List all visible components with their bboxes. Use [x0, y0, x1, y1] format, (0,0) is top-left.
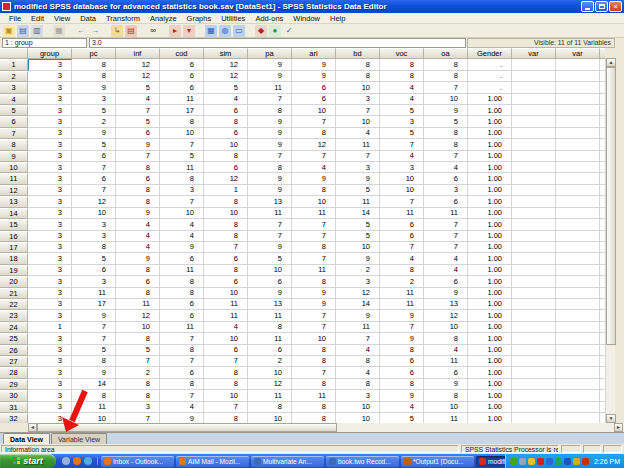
cell[interactable]: 1.00 [468, 139, 512, 150]
cell[interactable]: 10 [336, 116, 380, 127]
cell[interactable]: 6 [160, 310, 204, 321]
cell[interactable] [556, 299, 600, 310]
menu-window[interactable]: Window [288, 14, 325, 23]
cell[interactable]: 2 [116, 367, 160, 378]
cell[interactable]: 7 [72, 322, 116, 333]
cell[interactable]: 8 [380, 379, 424, 390]
cell[interactable]: 6 [160, 59, 204, 70]
split-file-icon[interactable]: ▦ [205, 25, 217, 37]
cell[interactable]: 6 [160, 253, 204, 264]
cell[interactable] [512, 288, 556, 299]
cell[interactable]: 11 [160, 162, 204, 173]
cell[interactable] [512, 151, 556, 162]
cell[interactable]: 3 [28, 162, 72, 173]
cell[interactable]: 5 [380, 105, 424, 116]
cell[interactable]: 8 [380, 345, 424, 356]
cell[interactable]: 11 [292, 265, 336, 276]
cell[interactable]: 8 [424, 390, 468, 401]
row-header-7[interactable]: 7 [0, 128, 28, 139]
cell[interactable]: 6 [204, 128, 248, 139]
cell[interactable]: 8 [204, 116, 248, 127]
cell[interactable]: 8 [72, 356, 116, 367]
cell[interactable]: 4 [336, 367, 380, 378]
cell[interactable]: 3 [336, 94, 380, 105]
cell[interactable]: 4 [424, 253, 468, 264]
cell[interactable]: 3 [28, 299, 72, 310]
cell[interactable]: 1.00 [468, 185, 512, 196]
tab-variable-view[interactable]: Variable View [51, 433, 107, 444]
cell[interactable]: 7 [160, 390, 204, 401]
cell[interactable]: 4 [204, 94, 248, 105]
cell[interactable]: 7 [116, 105, 160, 116]
cell[interactable]: 8 [248, 402, 292, 413]
cell[interactable]: 5 [336, 219, 380, 230]
cell[interactable]: 10 [292, 196, 336, 207]
cell[interactable]: 5 [424, 116, 468, 127]
internet-explorer-icon[interactable] [84, 457, 92, 465]
row-header-27[interactable]: 27 [0, 356, 28, 367]
cell[interactable]: 4 [380, 402, 424, 413]
cell[interactable]: 4 [424, 162, 468, 173]
cell[interactable]: 4 [424, 265, 468, 276]
cell[interactable]: 1.00 [468, 356, 512, 367]
close-button[interactable]: × [609, 1, 622, 12]
cell[interactable]: 7 [116, 356, 160, 367]
row-header-3[interactable]: 3 [0, 82, 28, 93]
print-icon[interactable]: ▥ [31, 25, 43, 37]
firefox-icon[interactable] [73, 457, 81, 465]
cell[interactable]: 11 [380, 299, 424, 310]
cell[interactable]: 3 [72, 94, 116, 105]
cell[interactable]: 10 [424, 94, 468, 105]
cell[interactable]: 3 [28, 345, 72, 356]
menu-view[interactable]: View [49, 14, 75, 23]
cell[interactable] [512, 219, 556, 230]
cell[interactable]: 9 [116, 208, 160, 219]
cell[interactable]: 8 [116, 265, 160, 276]
cell[interactable]: 10 [204, 390, 248, 401]
row-header-4[interactable]: 4 [0, 94, 28, 105]
cell[interactable]: 7 [292, 322, 336, 333]
cell[interactable] [512, 139, 556, 150]
cell[interactable]: 11 [424, 413, 468, 423]
row-header-28[interactable]: 28 [0, 367, 28, 378]
restore-button[interactable] [595, 1, 608, 12]
cell[interactable]: 6 [204, 276, 248, 287]
cell[interactable]: 8 [292, 242, 336, 253]
cell[interactable] [556, 253, 600, 264]
cell[interactable]: 11 [292, 208, 336, 219]
cell[interactable] [556, 402, 600, 413]
cell[interactable]: 8 [116, 390, 160, 401]
tab-data-view[interactable]: Data View [3, 433, 50, 444]
cell[interactable]: 10 [116, 322, 160, 333]
cell[interactable]: 4 [116, 231, 160, 242]
menu-add-ons[interactable]: Add-ons [250, 14, 288, 23]
cell[interactable]: 8 [160, 288, 204, 299]
cell[interactable]: 10 [292, 105, 336, 116]
cell[interactable]: 6 [380, 367, 424, 378]
cell[interactable]: 9 [248, 173, 292, 184]
cell[interactable] [512, 265, 556, 276]
cell[interactable]: 9 [292, 173, 336, 184]
menu-data[interactable]: Data [75, 14, 101, 23]
cell[interactable]: 7 [292, 253, 336, 264]
cell[interactable]: 7 [248, 151, 292, 162]
cell[interactable]: 5 [336, 231, 380, 242]
cell[interactable]: 8 [116, 288, 160, 299]
row-header-32[interactable]: 32 [0, 413, 28, 423]
cell[interactable] [512, 71, 556, 82]
cell[interactable]: 7 [248, 231, 292, 242]
cell[interactable]: 3 [28, 265, 72, 276]
cell[interactable]: 3 [72, 231, 116, 242]
cell[interactable]: 6 [380, 356, 424, 367]
cell[interactable] [512, 345, 556, 356]
cell[interactable]: 3 [28, 333, 72, 344]
cell[interactable]: 9 [248, 59, 292, 70]
cell[interactable]: 3 [28, 242, 72, 253]
cell[interactable]: 9 [292, 299, 336, 310]
cell[interactable]: 3 [28, 390, 72, 401]
cell[interactable] [556, 196, 600, 207]
cell[interactable] [556, 265, 600, 276]
cell[interactable]: 11 [248, 390, 292, 401]
cell[interactable]: 6 [72, 173, 116, 184]
cell[interactable]: 3 [28, 379, 72, 390]
